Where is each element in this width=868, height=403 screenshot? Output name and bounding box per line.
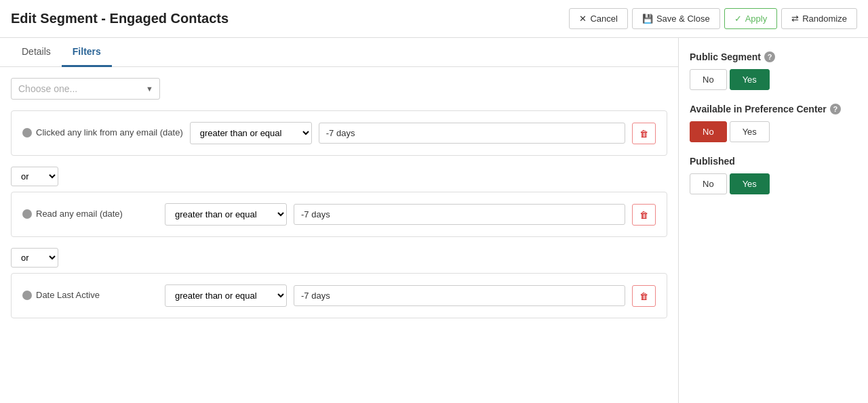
filter-label-3: Date Last Active (22, 290, 158, 301)
trash-icon-2 (639, 209, 648, 220)
filter-delete-3[interactable] (632, 285, 656, 307)
filter-operator-3[interactable]: greater than or equal less than or equal… (165, 284, 287, 307)
filter-group-3: Date Last Active greater than or equal l… (11, 273, 667, 318)
filter-add-dropdown-wrapper: Choose one... (11, 78, 667, 100)
randomize-button[interactable]: ⇄ Randomize (781, 8, 857, 29)
filter-label-1: Clicked any link from any email (date) (22, 127, 183, 139)
top-bar-actions: ✕ Cancel 💾 Save & Close ✓ Apply ⇄ Random… (569, 8, 857, 29)
filter-delete-1[interactable] (632, 123, 656, 144)
tab-filters[interactable]: Filters (62, 38, 112, 67)
preference-center-help-icon[interactable]: ? (830, 104, 841, 114)
public-segment-title: Public Segment ? (690, 51, 857, 62)
or-connector-3: or and (11, 248, 667, 268)
filter-label-text-1: Clicked any link from any email (date) (36, 127, 183, 139)
filter-operator-1[interactable]: greater than or equal less than or equal… (190, 122, 312, 144)
filter-value-3[interactable] (294, 285, 625, 306)
published-no-button[interactable]: No (690, 173, 727, 194)
published-yes-button[interactable]: Yes (730, 173, 770, 194)
preference-center-title: Available in Preference Center ? (690, 104, 857, 114)
published-title: Published (690, 156, 857, 167)
filter-row-2: Read any email (date) greater than or eq… (22, 203, 656, 226)
save-close-button[interactable]: 💾 Save & Close (632, 8, 720, 29)
or-select-3[interactable]: or and (11, 248, 58, 268)
public-segment-yes-button[interactable]: Yes (730, 69, 770, 90)
public-segment-toggle: No Yes (690, 69, 857, 90)
page-title: Edit Segment - Engaged Contacts (11, 11, 229, 26)
apply-icon: ✓ (734, 14, 742, 24)
right-panel: Public Segment ? No Yes Available in Pre… (678, 38, 868, 403)
tab-details[interactable]: Details (11, 38, 62, 67)
trash-icon-3 (639, 291, 648, 301)
filter-label-text-3: Date Last Active (36, 290, 100, 301)
apply-button[interactable]: ✓ Apply (724, 8, 778, 29)
preference-center-toggle: No Yes (690, 121, 857, 142)
choose-wrapper: Choose one... (11, 78, 160, 100)
filter-group-1: Clicked any link from any email (date) g… (11, 110, 667, 156)
randomize-icon: ⇄ (791, 14, 799, 24)
main-panel: Details Filters Choose one... (0, 38, 678, 403)
filter-row-1: Clicked any link from any email (date) g… (22, 122, 656, 144)
or-select-2[interactable]: or and (11, 167, 58, 186)
preference-center-section: Available in Preference Center ? No Yes (690, 104, 857, 142)
preference-center-no-button[interactable]: No (690, 121, 727, 142)
user-icon-1 (22, 128, 32, 137)
filter-label-2: Read any email (date) (22, 209, 158, 220)
user-icon-2 (22, 209, 32, 219)
public-segment-section: Public Segment ? No Yes (690, 51, 857, 90)
filter-value-2[interactable] (294, 204, 625, 225)
filter-row-3: Date Last Active greater than or equal l… (22, 284, 656, 307)
or-connector-2: or and (11, 167, 667, 186)
published-toggle: No Yes (690, 173, 857, 194)
save-icon: 💾 (642, 14, 653, 24)
cancel-button[interactable]: ✕ Cancel (569, 8, 627, 29)
public-segment-no-button[interactable]: No (690, 69, 727, 90)
content-area: Details Filters Choose one... (0, 38, 868, 403)
filter-delete-2[interactable] (632, 204, 656, 226)
public-segment-help-icon[interactable]: ? (764, 51, 775, 62)
filter-add-dropdown[interactable]: Choose one... (11, 78, 160, 100)
filter-operator-2[interactable]: greater than or equal less than or equal… (165, 203, 287, 226)
trash-icon-1 (639, 128, 648, 139)
filters-area: Choose one... Clicked any link from any … (0, 67, 678, 340)
tabs-bar: Details Filters (0, 38, 678, 67)
cancel-icon: ✕ (579, 14, 587, 24)
filter-value-1[interactable] (319, 123, 625, 144)
preference-center-yes-button[interactable]: Yes (730, 121, 770, 142)
user-icon-3 (22, 291, 32, 300)
filter-label-text-2: Read any email (date) (36, 209, 123, 220)
published-section: Published No Yes (690, 156, 857, 194)
filter-group-2: Read any email (date) greater than or eq… (11, 192, 667, 237)
top-bar: Edit Segment - Engaged Contacts ✕ Cancel… (0, 0, 868, 38)
